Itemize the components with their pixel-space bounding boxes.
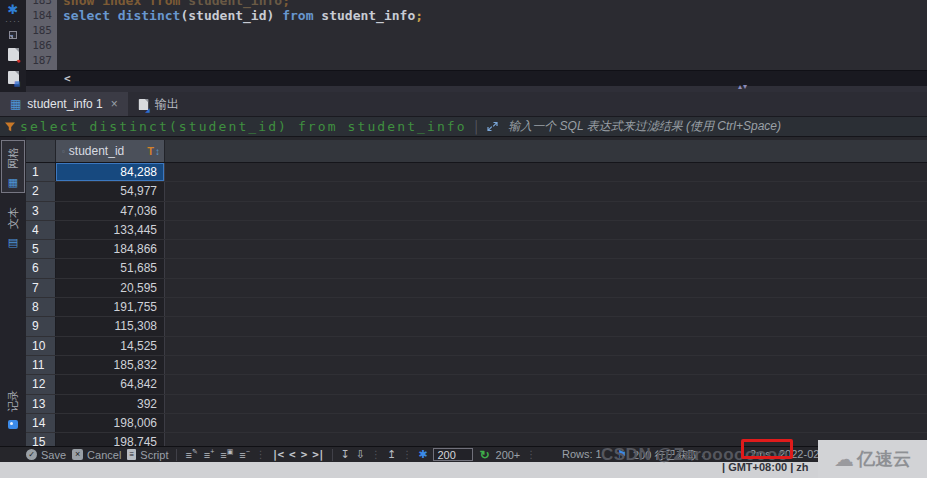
- table-row[interactable]: 5184,866: [26, 240, 927, 259]
- student-id-cell[interactable]: 47,036: [56, 202, 165, 220]
- last-row-button[interactable]: >|: [312, 448, 323, 461]
- row-filler: [165, 240, 927, 258]
- row-number-cell[interactable]: 10: [26, 337, 56, 355]
- table-row[interactable]: 11185,832: [26, 356, 927, 375]
- splitter-arrows-icon[interactable]: ▴▾: [738, 82, 748, 91]
- row-number-cell[interactable]: 6: [26, 259, 56, 277]
- table-row[interactable]: 720,595: [26, 279, 927, 298]
- sql-line[interactable]: select distinct(student_id) from student…: [63, 8, 927, 23]
- row-number-cell[interactable]: 12: [26, 375, 56, 393]
- delete-row-button[interactable]: ≡−: [239, 448, 250, 461]
- sql-token: student_id: [188, 8, 266, 23]
- filter-sort-icon[interactable]: T: [147, 145, 154, 157]
- cloud-icon: ☁: [834, 449, 854, 469]
- table-row[interactable]: 184,288: [26, 163, 927, 182]
- sql-code-area[interactable]: show index from student_info;select dist…: [63, 0, 927, 70]
- table-row[interactable]: 13392: [26, 395, 927, 414]
- column-header-student-id[interactable]: ▫ student_id T ↕: [56, 140, 165, 162]
- row-number-cell[interactable]: 7: [26, 279, 56, 297]
- edit-row-button[interactable]: ≡✎: [185, 448, 197, 461]
- view-tab-text[interactable]: 文本 ▤: [1, 203, 25, 248]
- tab-student-info-1[interactable]: ▦ student_info 1 ×: [0, 92, 128, 116]
- row-number-cell[interactable]: 13: [26, 395, 56, 413]
- cancel-label: Cancel: [87, 449, 121, 461]
- text-view-icon: ▤: [8, 236, 18, 248]
- table-row[interactable]: 8191,755: [26, 298, 927, 317]
- row-number-cell[interactable]: 11: [26, 356, 56, 374]
- toolbar-dot-separator: ⋮: [526, 449, 536, 460]
- row-number-cell[interactable]: 3: [26, 202, 56, 220]
- view-tab-record[interactable]: 记录: [1, 386, 25, 429]
- row-filler: [165, 279, 927, 297]
- save-button[interactable]: ✓ Save: [26, 449, 66, 461]
- student-id-cell[interactable]: 392: [56, 395, 165, 413]
- sql-token: [94, 0, 102, 8]
- scroll-left-icon[interactable]: <: [64, 72, 71, 85]
- table-row[interactable]: 1014,525: [26, 337, 927, 356]
- more-rows-label[interactable]: 200+: [496, 449, 521, 461]
- student-id-cell[interactable]: 20,595: [56, 279, 165, 297]
- table-row[interactable]: 347,036: [26, 202, 927, 221]
- table-row[interactable]: 254,977: [26, 182, 927, 201]
- grip-dots-icon: ····: [5, 17, 21, 25]
- row-number-cell[interactable]: 8: [26, 298, 56, 316]
- grid-corner-cell[interactable]: [26, 140, 56, 162]
- filter-expression[interactable]: select distinct(student_id) from student…: [20, 119, 467, 134]
- row-number-cell[interactable]: 1: [26, 163, 56, 181]
- student-id-cell[interactable]: 191,755: [56, 298, 165, 316]
- row-number-cell[interactable]: 2: [26, 182, 56, 200]
- tab-output[interactable]: ◢ 输出: [128, 92, 189, 116]
- table-row[interactable]: 14198,006: [26, 414, 927, 433]
- student-id-cell[interactable]: 54,977: [56, 182, 165, 200]
- fetch-size-input[interactable]: [433, 448, 473, 461]
- row-number-cell[interactable]: 15: [26, 433, 56, 446]
- student-id-cell[interactable]: 84,288: [56, 163, 165, 181]
- record-view-icon: [8, 420, 18, 429]
- refresh-icon[interactable]: ↻: [479, 448, 489, 462]
- student-id-cell[interactable]: 14,525: [56, 337, 165, 355]
- duplicate-row-button[interactable]: ≡▣: [220, 448, 233, 461]
- settings-flower-icon[interactable]: ✱: [8, 3, 19, 17]
- add-row-button[interactable]: ≡+: [204, 448, 215, 461]
- table-row[interactable]: 651,685: [26, 259, 927, 278]
- view-tab-grid[interactable]: 网格 ▦: [1, 140, 25, 193]
- expand-filter-icon[interactable]: [487, 121, 498, 132]
- line-number: 183: [26, 0, 57, 8]
- first-row-button[interactable]: |<: [272, 448, 283, 461]
- result-filter-bar[interactable]: select distinct(student_id) from student…: [0, 117, 927, 137]
- table-row[interactable]: 4133,445: [26, 221, 927, 240]
- student-id-cell[interactable]: 198,745: [56, 433, 165, 446]
- fetch-next-page-button[interactable]: ↧: [341, 448, 350, 461]
- table-row[interactable]: 1264,842: [26, 375, 927, 394]
- explain-plan-icon[interactable]: ▦: [8, 71, 19, 84]
- previous-row-button[interactable]: <: [289, 448, 295, 461]
- student-id-cell[interactable]: 185,832: [56, 356, 165, 374]
- auto-refresh-flower-icon[interactable]: ✱: [418, 448, 427, 461]
- row-number-cell[interactable]: 14: [26, 414, 56, 432]
- row-number-cell[interactable]: 9: [26, 317, 56, 335]
- script-button[interactable]: ≡ Script: [127, 449, 168, 461]
- line-number-gutter: 183184185186187: [26, 0, 57, 70]
- execute-statement-button[interactable]: →: [9, 31, 17, 39]
- sql-editor[interactable]: 183184185186187 show index from student_…: [0, 0, 927, 70]
- export-resultset-button[interactable]: ↥: [387, 448, 396, 461]
- student-id-cell[interactable]: 51,685: [56, 259, 165, 277]
- row-number-cell[interactable]: 5: [26, 240, 56, 258]
- editor-hscrollbar[interactable]: <: [26, 70, 927, 86]
- sql-line[interactable]: show index from student_info;: [63, 0, 927, 8]
- sort-arrows-icon[interactable]: ↕: [155, 146, 160, 157]
- next-row-button[interactable]: >: [301, 448, 307, 461]
- student-id-cell[interactable]: 115,308: [56, 317, 165, 335]
- student-id-cell[interactable]: 198,006: [56, 414, 165, 432]
- table-row[interactable]: 9115,308: [26, 317, 927, 336]
- student-id-cell[interactable]: 184,866: [56, 240, 165, 258]
- close-tab-icon[interactable]: ×: [111, 97, 118, 111]
- sql-token: from: [149, 0, 180, 8]
- student-id-cell[interactable]: 133,445: [56, 221, 165, 239]
- fetch-all-rows-button[interactable]: ⇩: [356, 448, 365, 461]
- row-number-cell[interactable]: 4: [26, 221, 56, 239]
- execute-script-icon[interactable]: ●: [8, 48, 19, 61]
- cancel-button[interactable]: × Cancel: [72, 449, 121, 461]
- student-id-cell[interactable]: 64,842: [56, 375, 165, 393]
- sql-token: [141, 0, 149, 8]
